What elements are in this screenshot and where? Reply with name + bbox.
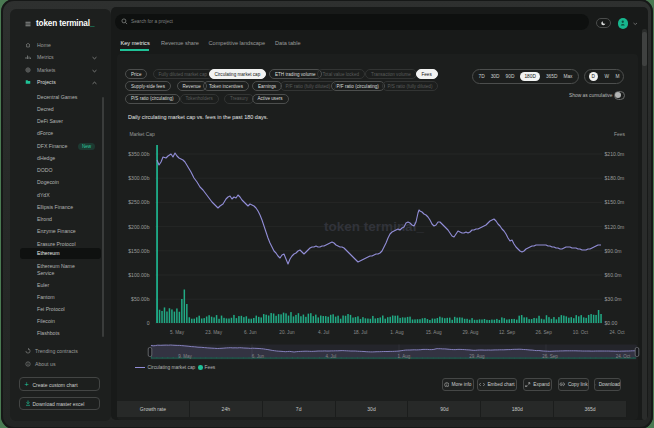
- svg-text:6. Jun: 6. Jun: [252, 354, 265, 359]
- svg-text:29. Aug: 29. Aug: [469, 354, 485, 359]
- svg-text:9. May: 9. May: [178, 354, 192, 359]
- svg-text:26. Sep: 26. Sep: [542, 354, 558, 359]
- svg-text:24. Oct: 24. Oct: [616, 354, 631, 359]
- svg-text:1. Aug: 1. Aug: [398, 354, 411, 359]
- svg-text:4. Jul: 4. Jul: [326, 354, 337, 359]
